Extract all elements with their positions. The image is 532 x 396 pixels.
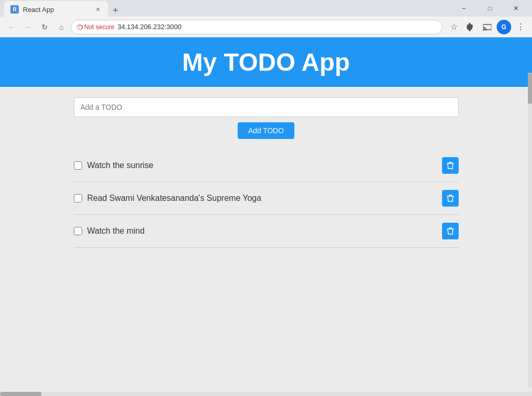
browser-frame: R React App ✕ + – □ ✕ ← → ↻ ⌂ ! Not secu… <box>0 0 532 396</box>
tab-bar: R React App ✕ + <box>4 0 448 18</box>
tab-close-button[interactable]: ✕ <box>94 5 102 14</box>
tab-favicon: R <box>10 5 19 14</box>
vertical-scrollbar[interactable] <box>528 73 532 388</box>
new-tab-button[interactable]: + <box>108 3 123 18</box>
todo-item: Watch the sunrise <box>74 149 459 182</box>
minimize-button[interactable]: – <box>452 0 476 17</box>
profile-button[interactable]: G <box>497 20 511 34</box>
app-title: My TODO App <box>10 48 522 76</box>
svg-text:!: ! <box>79 25 80 29</box>
todo-item: Watch the mind <box>74 215 459 248</box>
todo-item: Read Swami Venkatesananda's Supreme Yoga <box>74 182 459 215</box>
toolbar-icons: ☆ G ⋮ <box>447 20 528 34</box>
scrollbar-thumb[interactable] <box>528 73 532 104</box>
home-button[interactable]: ⌂ <box>54 20 69 34</box>
security-label: Not secure <box>84 23 114 31</box>
todo-list: Watch the sunrise Read Swami Venkatesana… <box>74 149 459 248</box>
app-header: My TODO App <box>0 37 532 87</box>
maximize-button[interactable]: □ <box>478 0 502 17</box>
todo-text-1: Watch the sunrise <box>87 161 437 170</box>
add-todo-container: Add TODO <box>74 97 459 139</box>
address-text: 34.134.206.232:3000 <box>118 23 181 31</box>
menu-button[interactable]: ⋮ <box>513 20 528 34</box>
page-content: My TODO App Add TODO Watch the sunrise <box>0 37 532 392</box>
delete-button-1[interactable] <box>442 157 459 174</box>
address-bar[interactable]: ! Not secure 34.134.206.232:3000 <box>71 20 443 34</box>
refresh-button[interactable]: ↻ <box>37 20 52 34</box>
bookmark-button[interactable]: ☆ <box>447 20 461 34</box>
app-body: Add TODO Watch the sunrise Read Sw <box>63 87 469 258</box>
cast-button[interactable] <box>480 20 495 34</box>
address-bar-row: ← → ↻ ⌂ ! Not secure 34.134.206.232:3000… <box>0 17 532 37</box>
tab-title-label: React App <box>23 6 89 14</box>
close-button[interactable]: ✕ <box>504 0 528 17</box>
todo-checkbox-3[interactable] <box>74 227 82 235</box>
todo-checkbox-2[interactable] <box>74 194 82 202</box>
window-controls: – □ ✕ <box>452 0 528 17</box>
back-button[interactable]: ← <box>4 20 19 34</box>
add-todo-button[interactable]: Add TODO <box>238 122 294 139</box>
delete-button-2[interactable] <box>442 190 459 207</box>
security-icon: ! Not secure <box>76 23 114 31</box>
todo-input[interactable] <box>74 97 459 117</box>
todo-text-3: Watch the mind <box>87 226 437 236</box>
horizontal-scrollbar-thumb[interactable] <box>0 392 42 396</box>
forward-button[interactable]: → <box>21 20 35 34</box>
delete-button-3[interactable] <box>442 223 459 239</box>
title-bar: R React App ✕ + – □ ✕ <box>0 0 532 17</box>
active-tab[interactable]: R React App ✕ <box>4 1 108 18</box>
todo-text-2: Read Swami Venkatesananda's Supreme Yoga <box>87 194 437 203</box>
todo-checkbox-1[interactable] <box>74 161 82 170</box>
horizontal-scrollbar[interactable] <box>0 392 532 396</box>
extensions-button[interactable] <box>463 20 478 34</box>
